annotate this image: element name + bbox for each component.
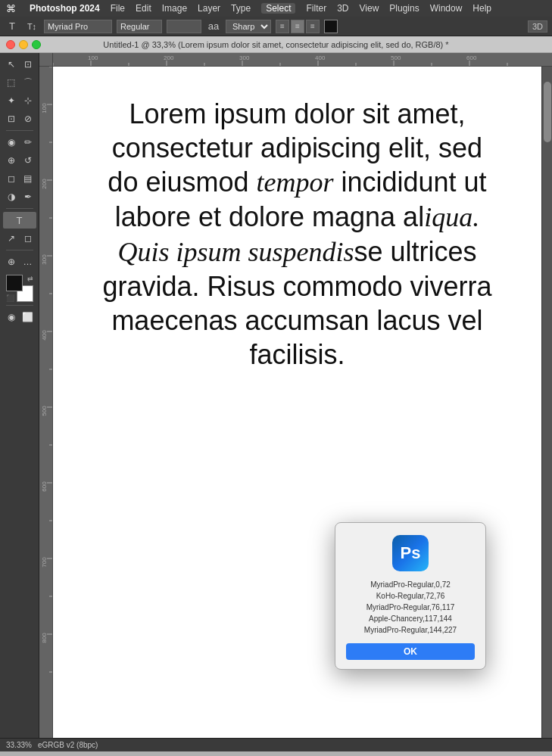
vertical-scrollbar[interactable] [541, 67, 552, 738]
foreground-color-swatch[interactable] [6, 275, 23, 291]
quick-select-tool[interactable]: ⊹ [20, 92, 36, 109]
svg-text:300: 300 [239, 54, 250, 61]
font-style-input[interactable] [117, 20, 162, 33]
status-bar: 33.33% eGRGB v2 (8bpc) [0, 738, 552, 751]
font-size-input[interactable]: 36 pt [167, 20, 201, 33]
minimize-button[interactable] [19, 40, 28, 49]
svg-text:100: 100 [88, 54, 98, 61]
menu-view[interactable]: View [360, 3, 379, 14]
svg-text:200: 200 [164, 54, 174, 61]
color-profile: eGRGB v2 (8bpc) [38, 741, 98, 749]
dodge-tool[interactable]: ◑ [3, 188, 20, 205]
text-color-swatch[interactable] [324, 20, 338, 33]
title-bar: Untitled-1 @ 33,3% (Lorem ipsum dolor si… [0, 36, 552, 53]
history-brush-tool[interactable]: ↺ [20, 152, 36, 169]
h-ruler-svg: 100 200 300 400 500 600 [53, 53, 552, 67]
menu-filter[interactable]: Filter [306, 3, 326, 14]
font-info-line-4: Apple-Chancery,117,144 [346, 613, 475, 624]
align-center-btn[interactable]: ≡ [291, 20, 304, 33]
pen-tool[interactable]: ✒ [20, 188, 36, 205]
menu-edit[interactable]: Edit [136, 3, 151, 14]
anti-alias-select[interactable]: Sharp Crisp Strong Smooth [226, 20, 271, 33]
menu-type[interactable]: Type [231, 3, 251, 14]
tool-divider-4 [6, 305, 33, 306]
menu-help[interactable]: Help [472, 3, 491, 14]
menu-file[interactable]: File [111, 3, 125, 14]
svg-text:800: 800 [41, 633, 48, 643]
menu-plugins[interactable]: Plugins [389, 3, 419, 14]
scroll-thumb[interactable] [544, 82, 551, 142]
svg-text:100: 100 [41, 103, 48, 114]
eraser-tool[interactable]: ◻ [3, 170, 20, 187]
zoom-level: 33.33% [6, 741, 32, 749]
main-area: ↖ ⊡ ⬚ ⌒ ✦ ⊹ ⊡ ⊘ ◉ ✏ ⊕ ↺ [0, 53, 552, 738]
canvas-text[interactable]: Lorem ipsum dolor sit amet, consectetur … [98, 97, 496, 372]
maximize-button[interactable] [32, 40, 41, 49]
svg-text:500: 500 [391, 54, 401, 61]
svg-text:500: 500 [41, 406, 48, 416]
apple-logo: ⌘ [6, 3, 16, 14]
font-info-line-3: MyriadPro-Regular,76,117 [346, 602, 475, 613]
zoom-tool[interactable]: ⊕ [3, 254, 20, 270]
quick-mask-icon[interactable]: ◉ [3, 309, 20, 325]
crop-tool[interactable]: ⊡ [3, 110, 20, 127]
svg-text:600: 600 [41, 481, 48, 492]
svg-text:300: 300 [41, 254, 48, 265]
svg-text:700: 700 [41, 557, 48, 568]
ellipsis-tool[interactable]: … [20, 254, 36, 270]
options-bar: T T↕ 36 pt aa Sharp Crisp Strong Smooth … [0, 17, 552, 36]
font-info-line-2: KoHo-Regular,72,76 [346, 590, 475, 602]
path-select-tool[interactable]: ↗ [3, 230, 20, 247]
clone-stamp-tool[interactable]: ⊕ [3, 152, 20, 169]
tool-divider-2 [6, 208, 33, 209]
svg-text:200: 200 [41, 179, 48, 189]
svg-text:400: 400 [41, 330, 48, 341]
screen-mode-icon[interactable]: ⬜ [20, 309, 36, 325]
align-right-btn[interactable]: ≡ [306, 20, 320, 33]
traffic-lights [6, 40, 41, 49]
gradient-tool[interactable]: ▤ [20, 170, 36, 187]
font-match-dialog[interactable]: Ps MyriadPro-Regular,0,72 KoHo-Regular,7… [335, 522, 486, 670]
artboard-tool[interactable]: ⊡ [20, 56, 36, 73]
healing-brush-tool[interactable]: ◉ [3, 134, 20, 151]
menu-layer[interactable]: Layer [198, 3, 220, 14]
text-orient-icon: T↕ [24, 22, 39, 31]
canvas-inner: Lorem ipsum dolor sit amet, consectetur … [53, 67, 541, 402]
ok-button[interactable]: OK [346, 643, 475, 660]
menu-window[interactable]: Window [430, 3, 463, 14]
photoshop-icon: Ps [392, 535, 429, 571]
font-info-line-1: MyriadPro-Regular,0,72 [346, 579, 475, 590]
canvas-area: 100 200 300 400 500 600 [39, 53, 552, 738]
font-family-input[interactable] [44, 20, 112, 33]
app-name: Photoshop 2024 [30, 3, 100, 14]
dialog-info: MyriadPro-Regular,0,72 KoHo-Regular,72,7… [346, 579, 475, 636]
v-ruler-svg: 100 200 300 400 500 600 700 800 [39, 67, 53, 738]
text-align-group: ≡ ≡ ≡ [276, 20, 320, 33]
document-window: Untitled-1 @ 33,3% (Lorem ipsum dolor si… [0, 36, 552, 751]
swap-colors-icon[interactable]: ⇄ [27, 275, 33, 282]
menu-image[interactable]: Image [162, 3, 187, 14]
brush-tool[interactable]: ✏ [20, 134, 36, 151]
reset-colors-icon[interactable]: ⬛ [6, 294, 14, 302]
rect-select-tool[interactable]: ⬚ [3, 74, 20, 91]
menu-3d[interactable]: 3D [337, 3, 348, 14]
close-button[interactable] [6, 40, 15, 49]
type-tool[interactable]: T [3, 212, 36, 229]
size-adjust-icon: aa [206, 20, 221, 32]
rulers-row: 100 200 300 400 500 600 [39, 53, 552, 67]
eyedropper-tool[interactable]: ⊘ [20, 110, 36, 127]
vertical-ruler: 100 200 300 400 500 600 700 800 [39, 67, 53, 738]
magic-wand-tool[interactable]: ✦ [3, 92, 20, 109]
shape-tool[interactable]: ◻ [20, 230, 36, 247]
menu-select[interactable]: Select [261, 3, 295, 14]
svg-text:600: 600 [466, 54, 477, 61]
font-info-line-5: MyriadPro-Regular,144,227 [346, 624, 475, 636]
lasso-tool[interactable]: ⌒ [20, 74, 36, 91]
color-swatches: ⇄ ⬛ [6, 275, 33, 302]
move-tool[interactable]: ↖ [3, 56, 20, 73]
svg-text:400: 400 [315, 54, 326, 61]
ruler-corner [39, 53, 53, 67]
tool-divider-1 [6, 130, 33, 131]
3d-button[interactable]: 3D [528, 20, 547, 33]
align-left-btn[interactable]: ≡ [276, 20, 289, 33]
